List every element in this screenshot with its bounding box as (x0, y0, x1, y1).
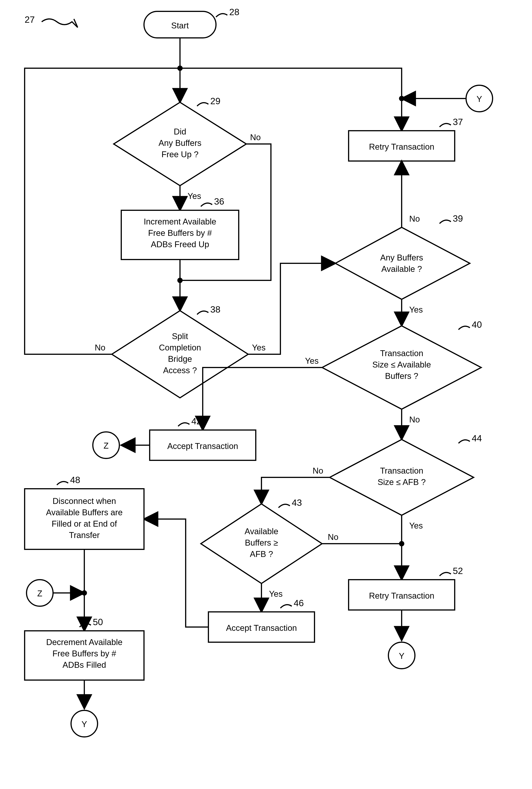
edge (144, 519, 208, 627)
yes-label: Yes (409, 521, 423, 530)
svg-text:Transaction: Transaction (380, 349, 423, 358)
no-label: No (409, 214, 420, 223)
svg-text:Any Buffers: Any Buffers (380, 253, 423, 262)
svg-text:Split: Split (172, 331, 188, 341)
no-label: No (328, 532, 338, 542)
svg-text:42: 42 (191, 416, 202, 426)
connector-y-out-1: Y (388, 642, 415, 669)
svg-marker-25 (335, 227, 470, 299)
svg-text:ADBs Freed Up: ADBs Freed Up (151, 239, 209, 249)
svg-text:Z: Z (37, 589, 42, 598)
svg-text:29: 29 (210, 96, 220, 106)
svg-text:Filled or at End of: Filled or at End of (52, 519, 117, 528)
svg-text:Access ?: Access ? (163, 366, 197, 375)
process-disconnect: Disconnect when Available Buffers are Fi… (25, 475, 144, 550)
svg-text:Increment Available: Increment Available (144, 217, 216, 226)
connector-y-out-2: Y (71, 710, 98, 737)
svg-text:Z: Z (103, 441, 109, 450)
decision-any-buffers-available: Any Buffers Available ? 39 (335, 213, 470, 299)
decision-available-ge-afb: Available Buffers ≥ AFB ? 43 (201, 498, 322, 583)
svg-text:Free Buffers by #: Free Buffers by # (148, 228, 212, 237)
svg-text:38: 38 (210, 304, 220, 314)
svg-text:Free Up ?: Free Up ? (162, 150, 198, 159)
svg-text:Y: Y (399, 651, 404, 660)
svg-text:52: 52 (453, 566, 463, 576)
svg-text:46: 46 (294, 598, 304, 608)
svg-text:Did: Did (174, 127, 186, 136)
svg-text:44: 44 (472, 433, 482, 443)
svg-text:Disconnect when: Disconnect when (53, 496, 116, 506)
svg-text:ADBs Filled: ADBs Filled (62, 660, 106, 670)
svg-text:Completion: Completion (159, 343, 201, 352)
svg-text:Y: Y (476, 94, 482, 103)
svg-text:37: 37 (453, 117, 463, 127)
svg-text:Transaction: Transaction (380, 466, 423, 475)
edge (203, 367, 322, 430)
svg-text:Any Buffers: Any Buffers (158, 138, 202, 148)
decision-size-le-available: Transaction Size ≤ Available Buffers ? 4… (322, 320, 482, 409)
svg-text:Transfer: Transfer (69, 531, 100, 540)
svg-text:Accept Transaction: Accept Transaction (167, 441, 238, 451)
svg-text:36: 36 (214, 196, 224, 207)
svg-text:Decrement Available: Decrement Available (46, 637, 122, 647)
svg-text:Retry Transaction: Retry Transaction (369, 142, 434, 151)
figure-ref: 27 (25, 15, 78, 27)
svg-text:Available ?: Available ? (381, 264, 422, 273)
yes-label: Yes (188, 191, 201, 200)
connector-z-in: Z (26, 580, 53, 606)
yes-label: Yes (305, 356, 319, 365)
decision-buffers-free: Did Any Buffers Free Up ? 29 (114, 96, 246, 186)
svg-text:Available: Available (245, 527, 278, 536)
svg-text:27: 27 (25, 15, 35, 25)
svg-text:Start: Start (171, 21, 189, 30)
svg-text:40: 40 (472, 320, 482, 330)
svg-text:Buffers ?: Buffers ? (385, 371, 418, 381)
svg-text:48: 48 (70, 475, 80, 485)
process-retry-transaction-top: Retry Transaction 37 (348, 117, 463, 161)
svg-text:Y: Y (81, 719, 87, 729)
svg-text:Buffers ≥: Buffers ≥ (245, 538, 278, 547)
svg-text:Retry Transaction: Retry Transaction (369, 591, 434, 600)
yes-label: Yes (252, 343, 266, 352)
process-retry-transaction-bottom: Retry Transaction 52 (348, 566, 463, 610)
svg-text:50: 50 (93, 617, 103, 627)
no-label: No (250, 133, 261, 142)
svg-text:Size ≤ AFB ?: Size ≤ AFB ? (378, 477, 426, 487)
svg-text:Available Buffers are: Available Buffers are (46, 508, 122, 517)
connector-y-in: Y (466, 85, 493, 112)
edge (248, 263, 335, 354)
svg-text:Size ≤ Available: Size ≤ Available (372, 360, 431, 369)
yes-label: Yes (409, 305, 423, 314)
svg-text:39: 39 (453, 213, 463, 224)
connector-z-out: Z (93, 432, 119, 458)
svg-text:AFB ?: AFB ? (250, 550, 273, 559)
svg-text:Free Buffers by #: Free Buffers by # (53, 649, 116, 658)
no-label: No (95, 343, 105, 352)
no-label: No (312, 466, 323, 475)
svg-text:Bridge: Bridge (168, 354, 192, 364)
no-label: No (409, 415, 420, 424)
yes-label: Yes (269, 589, 283, 598)
edge (180, 68, 402, 98)
svg-text:43: 43 (292, 498, 302, 508)
decision-split-completion: Split Completion Bridge Access ? 38 (112, 304, 248, 398)
start-node: Start 28 (144, 7, 239, 38)
svg-text:28: 28 (229, 7, 239, 17)
svg-text:Accept Transaction: Accept Transaction (226, 623, 297, 633)
decision-size-le-afb: Transaction Size ≤ AFB ? 44 (330, 433, 482, 515)
